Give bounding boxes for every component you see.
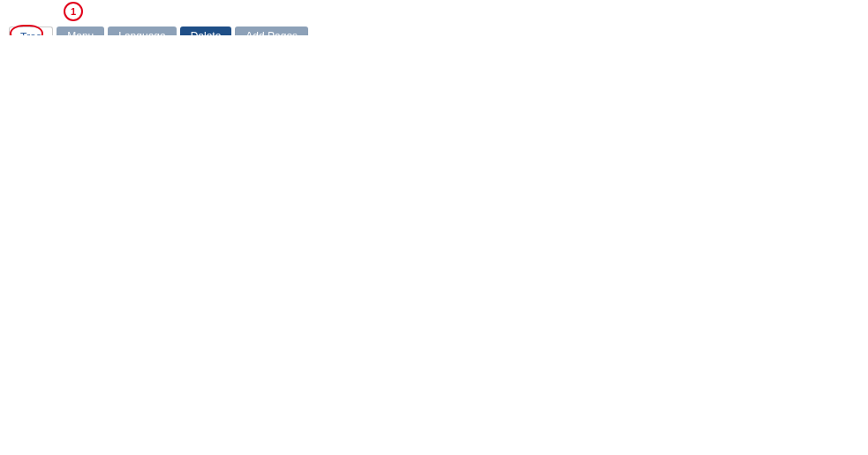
tab-delete[interactable]: Delete xyxy=(180,27,232,35)
tab-menu[interactable]: Menu xyxy=(57,27,104,35)
callout-1: 1 xyxy=(64,2,83,21)
tab-add-pages[interactable]: Add Pages xyxy=(235,27,308,35)
tab-language[interactable]: Language xyxy=(108,27,176,35)
tab-tree[interactable]: Tree xyxy=(9,27,53,35)
main-tabs: Tree Menu Language Delete Add Pages xyxy=(9,27,308,35)
